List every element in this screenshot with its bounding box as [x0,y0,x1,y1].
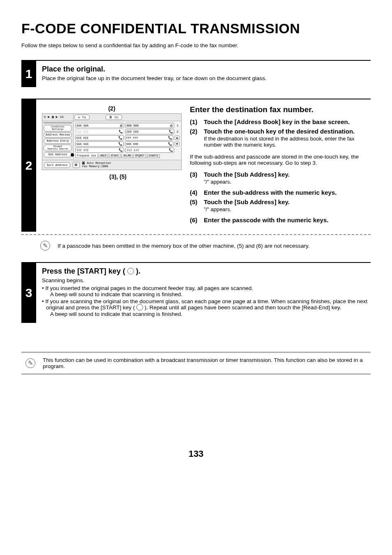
pencil-icon: ✎ [25,358,35,368]
side-sub-address[interactable]: Sub Address [44,152,72,157]
step3-line1: Scanning begins. [42,277,371,283]
entry[interactable]: GGG GGG📞 [75,141,124,147]
side-address-review[interactable]: Address Review [44,132,72,138]
ss5-num: (5) [190,198,204,214]
ss5-text: Touch the [Sub Address] key. [204,198,290,205]
entry[interactable]: FFF FFF📞 [125,135,173,140]
entry[interactable]: JJJ JJJ📞 [125,147,174,153]
entry[interactable]: DDD DDD📞 [125,129,174,134]
step3-bullet2: • If you are scanning the original on th… [42,298,371,317]
ss3-note: "/" appears. [204,179,371,185]
alpha-tab[interactable]: JKLMN [121,154,133,158]
step3-bullet1: • If you inserted the original pages in … [42,285,371,297]
step-3: 3 Press the [START] key ( ◦ ). Scanning … [21,262,371,323]
ss2-note: If the destination is not stored in the … [204,136,371,148]
step3-heading: Press the [START] key ( ◦ ). [42,267,371,276]
entry[interactable]: EEE EEE📞 [75,135,124,140]
step-number-2: 2 [21,99,36,232]
entry[interactable]: BBB BBB🖨 [125,123,174,128]
ss2-num: (2) [190,128,204,150]
step2-note: If a passcode has been omitted in the me… [58,243,371,249]
side-condition-settings[interactable]: Condition Settings [44,125,72,131]
mid-note: If the sub-address and passcode are stor… [190,154,371,166]
callout-3-5: (3), (5) [54,173,182,180]
alpha-tab[interactable]: UVWXYZ [147,154,160,158]
page-number: 133 [21,449,371,459]
step2-heading: Enter the destination fax number. [190,105,371,114]
pencil-icon: ✎ [40,241,50,251]
start-key-icon: ◦ [127,268,134,274]
ss3-num: (3) [190,171,204,187]
screen-header-counter: 5 ▶ ▦ ▶ 15 [42,114,74,121]
ss6-text: Enter the passcode with the numeric keys… [204,216,328,223]
ss4-num: (4) [190,189,204,196]
ss2-text: Touch the one-touch key of the desired d… [204,128,355,135]
ss6-num: (6) [190,216,204,223]
entry[interactable]: HHH HHH📞 [125,141,173,147]
bottom-note-box: ✎ This function can be used in combinati… [21,352,371,375]
intro-text: Follow the steps below to send a confide… [21,42,371,48]
tab-to[interactable]: ✉ To [74,115,90,120]
step1-heading: Place the original. [42,65,371,74]
alpha-tab[interactable]: EFGHI [109,154,120,158]
entry[interactable]: III III📞 [75,147,124,153]
device-screenshot: 5 ▶ ▦ ▶ 15 ✉ To 🗎 Cc Condition Settings … [42,113,182,170]
step-number-3: 3 [21,263,36,323]
sort-address-button[interactable]: Sort Address [44,162,70,168]
entry[interactable]: AAA AAA🖨 [75,123,124,128]
alpha-tab[interactable]: Frequent Use [75,154,98,158]
page-title: F-CODE CONFIDENTIAL TRANSMISSION [21,21,371,37]
preview-icon[interactable]: 🗎 [73,162,80,168]
tab-cc[interactable]: 🗎 Cc [106,115,122,120]
ss4-text: Enter the sub-address with the numeric k… [204,189,337,196]
scroll-up[interactable]: ▲ [175,136,180,140]
ss3-text: Touch the [Sub Address] key. [204,171,290,178]
entry[interactable]: CCC CCC📞 [75,129,124,134]
ss1-text: Touch the [Address Book] key in the base… [204,118,350,125]
ss1-num: (1) [190,118,204,125]
side-address-entry[interactable]: Address Entry [44,138,72,144]
step-2: 2 (2) 5 ▶ ▦ ▶ 15 ✉ To 🗎 Cc [21,99,371,251]
side-global-search[interactable]: Global Address Search [44,145,72,151]
alpha-tab[interactable]: ABCD [99,154,108,158]
fax-memory-label: Fax Memory:100% [82,165,111,168]
bottom-note: This function can be used in combination… [43,357,368,369]
alpha-tab[interactable]: OPQRST [133,154,146,158]
ss5-note: "/" appears. [204,206,371,212]
step1-body: Place the original face up in the docume… [42,75,371,81]
step-1: 1 Place the original. Place the original… [21,60,371,87]
start-key-icon: ◦ [136,304,143,311]
callout-2: (2) [42,105,182,112]
step-number-1: 1 [21,61,36,87]
scroll-down[interactable]: ▼ [175,142,180,146]
